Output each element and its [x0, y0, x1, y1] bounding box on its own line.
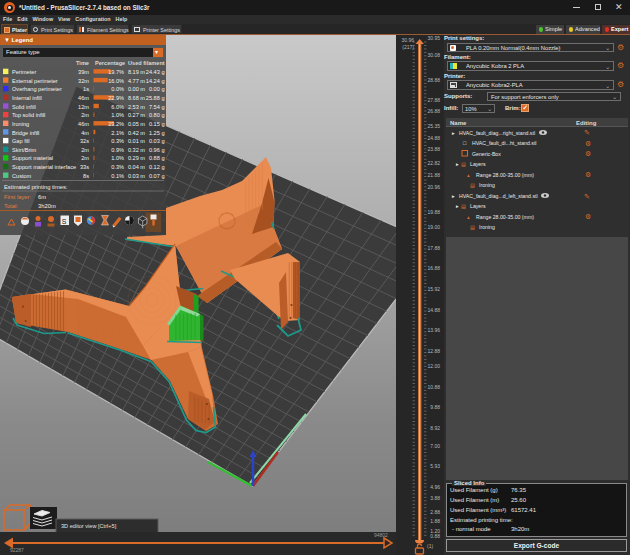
- svg-text:HVAC_fault_di...ht_stand.stl: HVAC_fault_di...ht_stand.stl: [472, 140, 537, 146]
- svg-text:25.88 g: 25.88 g: [146, 95, 165, 101]
- svg-text:Total:: Total:: [4, 203, 18, 209]
- svg-text:8.68 m: 8.68 m: [128, 95, 145, 101]
- svg-text:7.00: 7.00: [430, 443, 440, 449]
- svg-text:Overhang perimeter: Overhang perimeter: [12, 86, 62, 92]
- svg-text:2.88: 2.88: [430, 509, 440, 515]
- svg-text:25.35: 25.35: [427, 123, 440, 129]
- svg-text:0.32 m: 0.32 m: [128, 147, 145, 153]
- svg-text:Range 28.00-35.00 (mm): Range 28.00-35.00 (mm): [476, 172, 534, 178]
- svg-text:External perimeter: External perimeter: [12, 78, 58, 84]
- svg-text:0.3%: 0.3%: [111, 164, 124, 170]
- svg-text:0.80 g: 0.80 g: [149, 112, 165, 118]
- svg-text:0.88 g: 0.88 g: [149, 155, 165, 161]
- svg-text:□: □: [463, 140, 467, 146]
- svg-text:46m: 46m: [78, 95, 89, 101]
- svg-text:Percentage: Percentage: [95, 60, 125, 66]
- svg-text:0.00 g: 0.00 g: [149, 86, 165, 92]
- svg-text:▴: ▴: [467, 172, 470, 178]
- svg-text:0.88: 0.88: [430, 533, 440, 539]
- svg-text:0.0%: 0.0%: [111, 86, 124, 92]
- svg-text:0.15 g: 0.15 g: [149, 121, 165, 127]
- svg-text:32m: 32m: [78, 78, 89, 84]
- svg-text:19.00: 19.00: [427, 224, 440, 230]
- svg-text:✎: ✎: [584, 193, 590, 200]
- svg-text:0.3%: 0.3%: [111, 138, 124, 144]
- svg-text:8.92: 8.92: [430, 425, 440, 431]
- svg-text:0.03 m: 0.03 m: [128, 173, 145, 179]
- svg-text:0.9%: 0.9%: [111, 147, 124, 153]
- svg-text:13.96: 13.96: [427, 327, 440, 333]
- svg-text:12m: 12m: [78, 104, 89, 110]
- svg-text:24.43 g: 24.43 g: [146, 69, 165, 75]
- svg-text:1.0%: 1.0%: [111, 112, 124, 118]
- svg-text:Ironing: Ironing: [12, 121, 29, 127]
- svg-text:21.88: 21.88: [427, 172, 440, 178]
- svg-text:2.53 m: 2.53 m: [128, 104, 145, 110]
- svg-text:✎: ✎: [584, 129, 590, 136]
- svg-text:Internal infill: Internal infill: [12, 95, 42, 101]
- svg-text:First layer:: First layer:: [4, 194, 31, 200]
- svg-text:14.24 g: 14.24 g: [146, 78, 165, 84]
- svg-text:3h20m: 3h20m: [38, 203, 56, 209]
- svg-text:HVAC_fault_diag...d_left_stand: HVAC_fault_diag...d_left_stand.stl: [459, 193, 538, 199]
- svg-text:19.7%: 19.7%: [108, 69, 124, 75]
- svg-text:1.0%: 1.0%: [111, 155, 124, 161]
- svg-text:Estimated printing times:: Estimated printing times:: [4, 184, 68, 190]
- svg-text:4m: 4m: [81, 130, 89, 136]
- svg-text:▸: ▸: [456, 203, 459, 209]
- svg-text:Generic-Box: Generic-Box: [472, 151, 501, 157]
- svg-text:Layers: Layers: [470, 161, 486, 167]
- svg-text:▸: ▸: [452, 130, 455, 136]
- svg-text:39m: 39m: [78, 69, 89, 75]
- svg-text:4.77 m: 4.77 m: [128, 78, 145, 84]
- svg-text:16.0%: 16.0%: [108, 78, 124, 84]
- svg-text:14.88: 14.88: [427, 307, 440, 313]
- svg-text:46m: 46m: [78, 121, 89, 127]
- svg-text:30.96: 30.96: [401, 37, 414, 43]
- svg-text:30.95: 30.95: [427, 35, 440, 41]
- svg-text:19.88: 19.88: [427, 209, 440, 215]
- svg-text:12.88: 12.88: [427, 348, 440, 354]
- svg-text:7.54 g: 7.54 g: [149, 104, 165, 110]
- svg-text:0.07 g: 0.07 g: [149, 173, 165, 179]
- svg-text:⚙: ⚙: [585, 171, 591, 178]
- svg-text:0.05 m: 0.05 m: [128, 121, 145, 127]
- svg-text:0.42 m: 0.42 m: [128, 130, 145, 136]
- svg-text:Skirt/Brim: Skirt/Brim: [12, 147, 37, 153]
- svg-text:0.27 m: 0.27 m: [128, 112, 145, 118]
- svg-text:22.82: 22.82: [427, 160, 440, 166]
- svg-text:22.9%: 22.9%: [108, 95, 124, 101]
- svg-text:3D editor view [Ctrl+5]: 3D editor view [Ctrl+5]: [61, 523, 117, 529]
- svg-text:1.25 g: 1.25 g: [149, 130, 165, 136]
- svg-text:2m: 2m: [81, 112, 89, 118]
- svg-text:0.96 g: 0.96 g: [149, 147, 165, 153]
- svg-text:24.88: 24.88: [427, 135, 440, 141]
- svg-text:0.12 g: 0.12 g: [149, 164, 165, 170]
- svg-text:S: S: [62, 218, 67, 225]
- svg-text:(1): (1): [427, 543, 433, 549]
- svg-text:⚙: ⚙: [585, 150, 591, 157]
- svg-text:Used filament: Used filament: [128, 60, 165, 66]
- svg-text:Range 28.00-35.00 (mm): Range 28.00-35.00 (mm): [476, 214, 534, 220]
- svg-text:▸: ▸: [456, 161, 459, 167]
- svg-text:Gap fill: Gap fill: [12, 138, 29, 144]
- svg-text:15.92: 15.92: [427, 286, 440, 292]
- svg-text:12.00: 12.00: [427, 363, 440, 369]
- svg-text:▴: ▴: [467, 214, 470, 220]
- svg-text:4.96: 4.96: [430, 484, 440, 490]
- svg-text:92287: 92287: [10, 547, 24, 553]
- svg-text:20.96: 20.96: [427, 184, 440, 190]
- svg-text:Time: Time: [76, 60, 89, 66]
- svg-text:94802: 94802: [374, 532, 388, 538]
- svg-text:0.00 m: 0.00 m: [128, 86, 145, 92]
- svg-text:▤: ▤: [470, 224, 475, 230]
- svg-text:8.19 m: 8.19 m: [128, 69, 145, 75]
- svg-text:⚙: ⚙: [585, 213, 591, 220]
- svg-text:Layers: Layers: [470, 203, 486, 209]
- svg-text:17.88: 17.88: [427, 245, 440, 251]
- svg-text:8s: 8s: [83, 173, 89, 179]
- svg-text:▸: ▸: [452, 193, 455, 199]
- svg-text:6.0%: 6.0%: [111, 104, 124, 110]
- svg-text:0.03 g: 0.03 g: [149, 138, 165, 144]
- svg-text:Support material: Support material: [12, 155, 53, 161]
